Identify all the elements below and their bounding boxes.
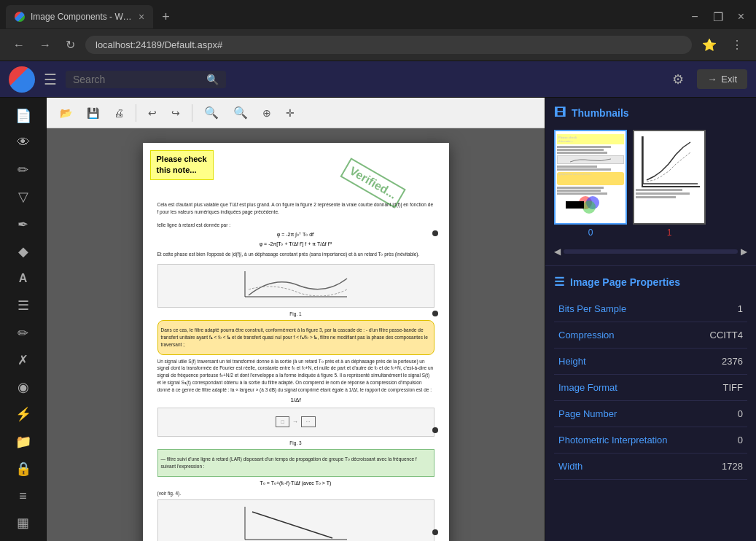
thumb-graph-svg <box>643 136 701 187</box>
properties-section: ☰ Image Page Properties Bits Per Sample … <box>545 266 756 541</box>
properties-title: Image Page Properties <box>570 276 680 288</box>
maximize-button[interactable]: ❐ <box>707 7 729 27</box>
search-input[interactable] <box>73 74 202 85</box>
redo-button[interactable]: ↪ <box>165 104 186 122</box>
sidebar: 📄 👁 ✏ ▽ ✒ ◆ A ☰ ✏ ✗ ◉ ⚡ 📁 🔒 ≡ ▦ <box>0 98 47 541</box>
sidebar-item-edit[interactable]: ✏ <box>6 158 41 182</box>
tab-title: Image Components - Web Imag... <box>31 12 133 22</box>
prop-value-bits: 1 <box>696 296 747 322</box>
tab-bar: Image Components - Web Imag... × + − ❐ × <box>0 0 756 29</box>
sidebar-item-text[interactable]: A <box>6 267 41 291</box>
prop-name-bits: Bits Per Sample <box>554 296 696 322</box>
url-input[interactable] <box>85 36 692 54</box>
formula-2: φ = -2π[T₀ + T/Δf f'] f + π T/Δf f'² <box>157 241 434 248</box>
zoom-in-button[interactable]: 🔍 <box>198 102 225 123</box>
figure-4-svg <box>238 503 354 541</box>
highlighted-text: Dans ce cas, le filtre adapté pourra êtr… <box>161 327 431 348</box>
thumb-0-number: 0 <box>588 227 593 238</box>
sidebar-item-close[interactable]: ✗ <box>6 348 41 372</box>
browser-chrome: Image Components - Web Imag... × + − ❐ ×… <box>0 0 756 61</box>
prop-row-photometric: Photometric Interpretation 0 <box>554 427 747 454</box>
page-note: Please checkthis note... <box>150 150 214 180</box>
figure-3-caption: Fig. 3 <box>157 440 434 447</box>
prop-value-format: TIFF <box>696 375 747 401</box>
prop-row-height: Height 2376 <box>554 349 747 375</box>
thumbnails-header: 🎞 Thumbnails <box>554 106 747 120</box>
thumb-scroll-right[interactable]: ▶ <box>741 246 747 257</box>
thumb-scroll-left[interactable]: ◀ <box>554 246 561 257</box>
new-tab-button[interactable]: + <box>156 7 176 28</box>
lar-caption: (voir fig. 4). <box>157 490 434 497</box>
top-nav: ☰ 🔍 ⚙ → Exit <box>0 61 756 98</box>
prop-name-compression: Compression <box>554 322 696 349</box>
sidebar-item-action[interactable]: ⚡ <box>6 402 41 427</box>
search-button[interactable]: 🔍 <box>206 74 219 85</box>
figure-1 <box>157 264 434 308</box>
thumb-page1-content <box>634 131 704 223</box>
browser-ext-menu[interactable]: ⋮ <box>727 35 747 55</box>
action-icon: ⚡ <box>15 406 31 422</box>
bullet-dot-3 <box>432 427 438 433</box>
formula-text-1: telle ligne à retard est donnée par : <box>157 222 434 229</box>
document-page: Please checkthis note... Verified... Cel… <box>143 143 449 541</box>
formula-compression: 1/Δf <box>157 396 434 404</box>
open-button[interactable]: 📂 <box>54 104 78 122</box>
sidebar-item-grid[interactable]: ▦ <box>6 511 41 535</box>
active-tab[interactable]: Image Components - Web Imag... × <box>6 5 153 28</box>
forward-button[interactable]: → <box>35 36 55 55</box>
app-layout: ☰ 🔍 ⚙ → Exit 📄 👁 ✏ ▽ ✒ ◆ A ☰ ✏ ✗ ◉ ⚡ 📁 <box>0 61 756 541</box>
lock-icon: 🔒 <box>15 461 31 477</box>
sidebar-item-view[interactable]: 👁 <box>6 131 41 155</box>
thumb-img-1[interactable] <box>633 130 706 225</box>
page-content: Cela est d'autant plus valable que T/Δf … <box>157 201 434 541</box>
fill-icon: ◉ <box>17 379 29 395</box>
sidebar-item-filter[interactable]: ▽ <box>6 185 41 209</box>
thumb-scroll-track[interactable] <box>564 249 738 254</box>
exit-button[interactable]: → Exit <box>697 69 747 89</box>
thumbnail-0[interactable]: Please checkthis note... highlighted tex… <box>554 130 627 238</box>
tab-close-button[interactable]: × <box>139 11 144 23</box>
browser-ext-star[interactable]: ⭐ <box>698 35 721 55</box>
minimize-button[interactable]: − <box>685 7 704 27</box>
sidebar-item-edit2[interactable]: ✏ <box>6 321 41 345</box>
sidebar-item-lock[interactable]: 🔒 <box>6 456 41 480</box>
exit-label: Exit <box>721 74 737 85</box>
formula-block-1: telle ligne à retard est donnée par : φ … <box>157 219 434 261</box>
sidebar-item-shape[interactable]: ◆ <box>6 239 41 263</box>
save-button[interactable]: 💾 <box>81 104 105 122</box>
thumbnail-scrollbar: ◀ ▶ <box>554 246 747 257</box>
lar-block: — filtre suivi d'une ligne à retard (LAR… <box>157 449 434 477</box>
move-button[interactable]: ✛ <box>280 104 300 122</box>
sidebar-item-menu[interactable]: ≡ <box>6 484 41 508</box>
eye-icon: 👁 <box>17 135 30 150</box>
refresh-button[interactable]: ↻ <box>61 35 79 55</box>
formula-lar: T₀ = T₀+(f₀-f)·T/Δf (avec T₀ > T) <box>157 480 434 487</box>
zoom-out-button[interactable]: 🔍 <box>227 102 254 123</box>
fit-button[interactable]: ⊕ <box>257 104 277 122</box>
settings-button[interactable]: ⚙ <box>668 67 688 92</box>
thumb-img-0[interactable]: Please checkthis note... highlighted tex… <box>554 130 627 225</box>
thumbnail-1[interactable]: 1 <box>633 130 706 238</box>
prop-name-width: Width <box>554 454 696 480</box>
sidebar-item-pen[interactable]: ✒ <box>6 212 41 236</box>
toolbar-separator-2 <box>192 104 192 122</box>
close-button[interactable]: × <box>732 7 750 27</box>
sidebar-item-fill[interactable]: ◉ <box>6 375 41 400</box>
print-button[interactable]: 🖨 <box>108 104 130 122</box>
back-button[interactable]: ← <box>9 36 29 55</box>
highlighted-block: Dans ce cas, le filtre adapté pourra êtr… <box>157 320 434 354</box>
toolbar-separator-1 <box>136 104 136 122</box>
hamburger-button[interactable]: ☰ <box>44 71 57 88</box>
svg-line-4 <box>252 512 332 538</box>
undo-button[interactable]: ↩ <box>142 104 163 122</box>
sidebar-item-folder[interactable]: 📁 <box>6 429 41 454</box>
document-scroll-area[interactable]: Please checkthis note... Verified... Cel… <box>47 128 545 541</box>
sidebar-item-list[interactable]: ☰ <box>6 294 41 318</box>
filter-icon: ▽ <box>18 189 28 205</box>
sidebar-item-document[interactable]: 📄 <box>6 104 41 128</box>
properties-tbody: Bits Per Sample 1 Compression CCITT4 Hei… <box>554 296 747 480</box>
shape-icon: ◆ <box>18 244 28 260</box>
formula-text-2: Et cette phase est bien l'opposé de |d(f… <box>157 251 434 258</box>
main-row: 📄 👁 ✏ ▽ ✒ ◆ A ☰ ✏ ✗ ◉ ⚡ 📁 🔒 ≡ ▦ 📂 💾 🖨 <box>0 98 756 541</box>
prop-name-format: Image Format <box>554 375 696 401</box>
